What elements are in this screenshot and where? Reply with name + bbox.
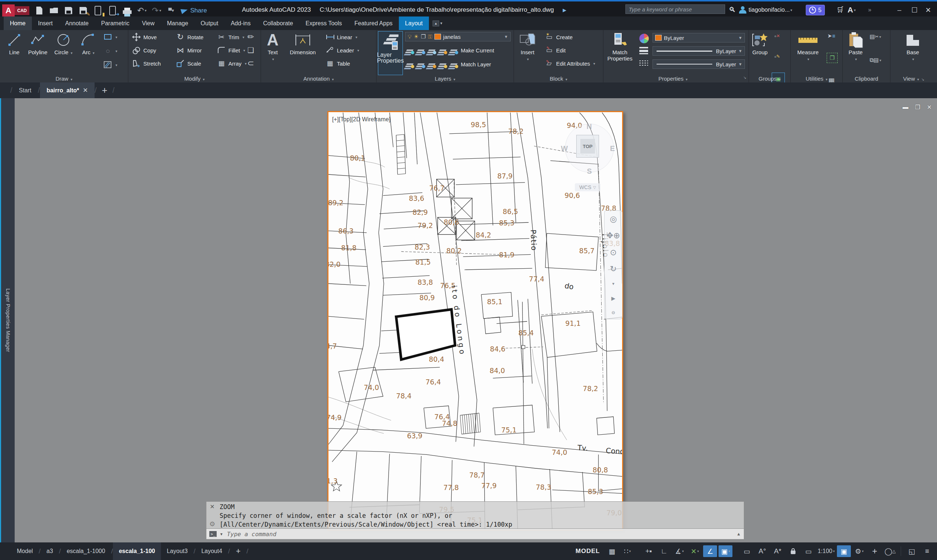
polar-tracking-toggle[interactable]: ∡▾	[672, 545, 686, 557]
edit-attributes-dropdown-icon[interactable]: ▾	[594, 62, 595, 66]
drawing-restore-icon[interactable]: ❐	[915, 104, 920, 111]
properties-launcher-icon[interactable]: ↘	[743, 75, 746, 80]
signed-in-user[interactable]: tiagobonifacio... ▾	[749, 5, 792, 15]
layout-paper[interactable]: 98,578,294,080,187,976,790,678,889,283,6…	[327, 111, 623, 531]
maximize-button[interactable]: ☐	[911, 5, 924, 15]
status-menu-button[interactable]: ≡	[920, 545, 934, 557]
circle-button[interactable]: Circle ▾	[51, 31, 75, 56]
make-current-button[interactable]: Make Current	[461, 45, 494, 56]
match-layer-button[interactable]: Match Layer	[461, 58, 491, 70]
match-properties-button[interactable]: Match Properties	[604, 31, 635, 62]
clean-screen-button[interactable]: ◱	[905, 545, 919, 557]
panel-title-view[interactable]: View ▾ ↘	[891, 75, 937, 82]
move-button[interactable]: Move	[132, 32, 157, 43]
cut-button[interactable]: ▤✂▾	[871, 33, 879, 40]
copy-button[interactable]: Copy	[132, 45, 156, 56]
copy-clip-button[interactable]: ⧉︎▤▾	[871, 57, 879, 64]
linear-dimension-button[interactable]: Linear▾	[326, 32, 357, 43]
layer-color-swatch[interactable]	[434, 34, 441, 40]
measure-dropdown-icon[interactable]: ▾	[807, 57, 809, 61]
tab-manage[interactable]: Manage	[161, 17, 195, 30]
grid-display-toggle[interactable]: ▦	[605, 545, 619, 557]
stretch-button[interactable]: Stretch	[132, 58, 161, 69]
group-edit-button[interactable]: ▫✎	[773, 53, 781, 60]
lineweight-dropdown[interactable]: ByLayer▼	[652, 46, 745, 56]
command-close-icon[interactable]: ✕	[210, 503, 214, 510]
command-recent-dropdown-icon[interactable]: ▼	[220, 532, 223, 536]
ellipse-tool-button[interactable]: ◌▾	[103, 45, 117, 57]
autodesk-logo-icon[interactable]: A▾	[848, 5, 855, 15]
command-window[interactable]: ✕ ⚙ ZOOM Specify corner of window, enter…	[206, 502, 744, 530]
app-store-cart-icon[interactable]: 🛒︎	[837, 5, 843, 15]
paste-dropdown-icon[interactable]: ▾	[855, 57, 857, 61]
layout-tab-escala-1-1000[interactable]: escala_1-1000	[61, 542, 111, 560]
pan-icon[interactable]: ✥︎⊕	[607, 231, 620, 240]
showmotion-icon[interactable]: ▸	[611, 294, 615, 303]
ungroup-button[interactable]: ▫✕	[773, 32, 781, 40]
polyline-button[interactable]: Polyline	[26, 31, 50, 55]
table-button[interactable]: ▦Table	[326, 58, 350, 69]
search-field[interactable]	[625, 5, 725, 14]
user-avatar-icon[interactable]	[739, 6, 746, 14]
leader-button[interactable]: Leader▾	[326, 45, 359, 56]
panel-title-properties[interactable]: Properties ▾ ↘	[603, 75, 749, 82]
tab-add-ins[interactable]: Add-ins	[225, 17, 257, 30]
new-drawing-tab-button[interactable]: +	[97, 83, 112, 98]
create-block-button[interactable]: ▭✶Create	[545, 32, 572, 43]
file-tab-close-icon[interactable]: ✕	[83, 86, 88, 94]
isolate-objects-button[interactable]: ◯△	[883, 545, 897, 557]
scale-button[interactable]: Scale	[176, 58, 201, 69]
app-menu-button[interactable]: A CAD	[2, 3, 29, 18]
open-file-button[interactable]	[49, 6, 58, 15]
trim-button[interactable]: ✂Trim▾	[217, 32, 244, 43]
navbar-minimize-icon[interactable]: ⊖	[611, 310, 615, 315]
minimize-button[interactable]: –	[897, 5, 910, 15]
annotation-visibility-toggle[interactable]: ▭	[740, 545, 754, 557]
tab-collaborate[interactable]: Collaborate	[257, 17, 300, 30]
autodesk-dropdown-icon[interactable]: ▾	[854, 8, 855, 12]
osnap-dropdown-icon[interactable]: ▾	[728, 549, 730, 553]
group-button[interactable]: Group	[749, 31, 771, 55]
snap-mode-toggle[interactable]: ∷▾	[620, 545, 634, 557]
navbar-dropdown-icon[interactable]: ▾	[612, 281, 614, 286]
command-input[interactable]	[226, 530, 734, 538]
fillet-button[interactable]: Fillet▾	[217, 45, 245, 56]
zoom-icon[interactable]: ⊙	[610, 248, 617, 257]
layer-unlock-all-button[interactable]	[439, 60, 447, 68]
model-paper-toggle[interactable]: MODEL	[572, 545, 603, 557]
orbit-icon[interactable]: ↻	[610, 264, 617, 274]
arc-button[interactable]: Arc ▾	[76, 31, 100, 56]
tab-parametric[interactable]: Parametric	[95, 17, 135, 30]
quick-calculator-button[interactable]: ❐	[827, 53, 838, 63]
annotation-autoscale-toggle[interactable]: A*	[771, 545, 785, 557]
base-dropdown-icon[interactable]: ▾	[912, 57, 914, 61]
tab-express-tools[interactable]: Express Tools	[299, 17, 348, 30]
object-snap-tracking-toggle[interactable]: ∠	[703, 545, 717, 557]
object-snap-toggle[interactable]: ▣▾	[719, 545, 732, 557]
explode-button[interactable]: ❑	[246, 45, 255, 56]
toolbar-overflow-icon[interactable]: »	[868, 5, 871, 15]
linear-dropdown-icon[interactable]: ▾	[355, 35, 357, 39]
mirror-button[interactable]: ⋈Mirror	[176, 45, 202, 56]
layer-off-button[interactable]	[406, 46, 414, 54]
tab-output[interactable]: Output	[194, 17, 225, 30]
edit-attributes-button[interactable]: ▱✎Edit Attributes▾	[545, 58, 595, 69]
text-dropdown-icon[interactable]: ▾	[272, 57, 274, 61]
tab-home[interactable]: Home	[4, 17, 32, 30]
tab-insert[interactable]: Insert	[32, 17, 59, 30]
command-customize-wrench-icon[interactable]: ⚙	[209, 520, 215, 528]
isometric-drafting-toggle[interactable]: ✕▾	[688, 545, 702, 557]
ribbon-menu-dropdown-icon[interactable]: ▾	[440, 21, 443, 26]
drawing-minimize-icon[interactable]: ▬	[903, 104, 908, 111]
command-history-up-icon[interactable]: ▲	[737, 531, 741, 537]
cut-dropdown-icon[interactable]: ▾	[879, 35, 881, 39]
tab-view[interactable]: View	[135, 17, 160, 30]
layout-tab-a3[interactable]: a3	[41, 542, 59, 560]
panel-title-groups[interactable]: Groups ▾	[749, 75, 790, 82]
navigation-wheel-icon[interactable]: ◎	[610, 214, 617, 224]
arc-dropdown-icon[interactable]: ▾	[93, 51, 95, 55]
plot-button[interactable]	[122, 6, 132, 15]
notification-badge[interactable]: 5	[806, 5, 825, 15]
lock-ui-toggle[interactable]	[786, 545, 800, 557]
ortho-mode-toggle[interactable]: ∟	[657, 545, 671, 557]
